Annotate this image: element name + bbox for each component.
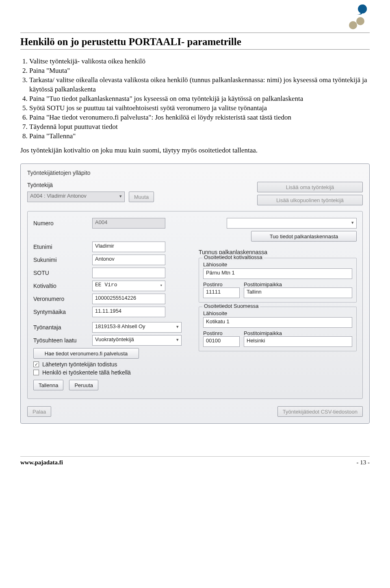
step-item: Täydennä loput puuttuvat tiedot: [29, 122, 370, 132]
step-item: Paina "Tallenna": [29, 132, 370, 141]
suomi-lahiosoite-field[interactable]: Kotikatu 1: [203, 317, 352, 328]
page-title: Henkilö on jo perustettu PORTAALI- param…: [20, 36, 370, 48]
ei-tyoskentele-checkbox[interactable]: [33, 370, 39, 375]
sotu-field[interactable]: [92, 268, 165, 278]
separator: [20, 49, 370, 50]
label-postinro-suomi: Postinro: [203, 330, 240, 336]
label-postitmp-koti: Postitoimipaikka: [244, 281, 352, 287]
page-footer: www.pajadata.fi - 13 -: [20, 456, 370, 466]
peruuta-button[interactable]: Peruuta: [69, 380, 98, 390]
suomi-postinro-field[interactable]: 00100: [203, 336, 240, 347]
label-veronumero: Veronumero: [33, 296, 88, 302]
sukunimi-field[interactable]: Antonov: [92, 255, 165, 265]
osoite-suomi-title: Osoitetiedot Suomessa: [202, 303, 260, 309]
panel-title: Työntekijätietojen ylläpito: [27, 170, 363, 176]
lahetetyn-todistus-checkbox[interactable]: [33, 362, 39, 367]
lahetetyn-todistus-label: Lähetetyn työntekijän todistus: [42, 361, 117, 368]
label-lahiosoite-suomi: Lähiosoite: [203, 310, 352, 316]
separator: [20, 33, 370, 33]
label-syntymaaika: Syntymäaika: [33, 309, 88, 315]
footer-url: www.pajadata.fi: [20, 459, 63, 466]
form-panel: Numero A004 Etunimi Vladimir Sukunimi An…: [27, 211, 363, 399]
step-item: Valitse työntekijä- valikosta oikea henk…: [29, 57, 370, 66]
koti-postitmp-field[interactable]: Tallinn: [244, 287, 352, 298]
muuta-button[interactable]: Muuta: [129, 192, 154, 202]
label-postitmp-suomi: Postitoimipaikka: [244, 330, 352, 336]
osoite-suomi-group: Osoitetiedot Suomessa Lähiosoite Kotikat…: [199, 307, 357, 351]
step-item: Tarkasta/ valitse oikealla olevasta vali…: [29, 76, 370, 94]
label-etunimi: Etunimi: [33, 244, 88, 250]
label-postinro-koti: Postinro: [203, 281, 240, 287]
label-tyontekija: Työntekijä: [27, 182, 82, 188]
instruction-list: Valitse työntekijä- valikosta oikea henk…: [20, 57, 370, 141]
app-panel: Työntekijätietojen ylläpito Työntekijä A…: [20, 163, 370, 424]
tuo-palkanlask-button[interactable]: Tuo tiedot palkanlaskennasta: [251, 231, 357, 242]
label-tyosuhteen-laatu: Työsuhteen laatu: [33, 337, 88, 344]
lisaa-oma-button[interactable]: Lisää oma työntekijä: [257, 182, 363, 192]
numero-field: A004: [92, 218, 165, 229]
label-lahiosoite-koti: Lähiosoite: [203, 261, 352, 268]
palkanlask-henkilo-select[interactable]: [227, 218, 357, 229]
kotivaltio-select[interactable]: EE Viro: [92, 281, 165, 291]
syntymaaika-field[interactable]: 11.11.1954: [92, 307, 165, 317]
csv-button[interactable]: Työntekijätiedot CSV-tiedostoon: [277, 406, 363, 417]
koti-postinro-field[interactable]: 11111: [203, 287, 240, 298]
hae-verofi-button[interactable]: Hae tiedot veronumero.fi palvelusta: [33, 348, 139, 359]
step-item: Paina "Hae tiedot veronumero.fi palvelus…: [29, 113, 370, 122]
svg-point-1: [356, 17, 364, 25]
tallenna-button[interactable]: Tallenna: [33, 380, 63, 390]
tyonantaja-select[interactable]: 1819153-8 Ahlsell Oy: [92, 322, 182, 333]
label-sotu: SOTU: [33, 270, 88, 276]
tyontekija-select[interactable]: A004 : Vladimir Antonov: [27, 192, 125, 202]
lisaa-ulko-button[interactable]: Lisää ulkopuolinen työntekijä: [257, 195, 363, 205]
footer-pagenum: - 13 -: [357, 459, 370, 466]
ei-tyoskentele-label: Henkilö ei työskentele tällä hetkellä: [42, 369, 131, 376]
svg-point-2: [349, 21, 357, 29]
osoite-kotivaltio-group: Osoitetiedot kotivaltiossa Lähiosoite Pä…: [199, 258, 357, 303]
suomi-postitmp-field[interactable]: Helsinki: [244, 336, 352, 347]
koti-lahiosoite-field[interactable]: Pärnu Mtn 1: [203, 268, 352, 279]
brand-logo: [347, 4, 368, 33]
osoite-koti-title: Osoitetiedot kotivaltiossa: [202, 254, 264, 260]
palaa-button[interactable]: Palaa: [27, 406, 51, 417]
veronumero-field[interactable]: 10000255514226: [92, 294, 165, 304]
tyosuhteen-laatu-select[interactable]: Vuokratyöntekijä: [92, 335, 182, 346]
step-item: Syötä SOTU jos se puuttuu tai vaihtoehto…: [29, 104, 370, 113]
note-text: Jos työntekijän kotivaltio on joku muu k…: [20, 146, 370, 155]
label-sukunimi: Sukunimi: [33, 257, 88, 263]
label-numero: Numero: [33, 220, 88, 226]
label-tyonantaja: Työnantaja: [33, 324, 88, 331]
step-item: Paina "Muuta": [29, 66, 370, 76]
etunimi-field[interactable]: Vladimir: [92, 242, 165, 252]
label-kotivaltio: Kotivaltio: [33, 283, 88, 289]
step-item: Paina "Tuo tiedot palkanlaskennasta" jos…: [29, 94, 370, 104]
